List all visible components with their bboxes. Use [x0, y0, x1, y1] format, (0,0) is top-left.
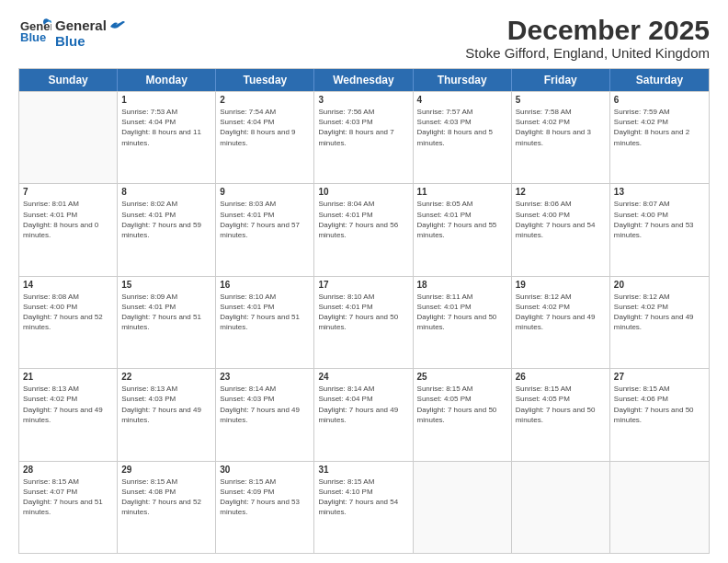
- day-number-12: 12: [516, 187, 606, 197]
- sunrise-22: Sunrise: 8:13 AM: [121, 385, 177, 393]
- empty-cell-4-4: [414, 462, 512, 553]
- day-info-5: Sunrise: 7:58 AMSunset: 4:02 PMDaylight:…: [516, 107, 606, 148]
- sunrise-28: Sunrise: 8:15 AM: [23, 477, 79, 486]
- daylight-20: Daylight: 7 hours and 49 minutes.: [614, 313, 694, 331]
- day-28: 28Sunrise: 8:15 AMSunset: 4:07 PMDayligh…: [19, 462, 118, 553]
- day-4: 4Sunrise: 7:57 AMSunset: 4:03 PMDaylight…: [414, 92, 512, 183]
- weekday-friday: Friday: [512, 69, 610, 91]
- day-26: 26Sunrise: 8:15 AMSunset: 4:05 PMDayligh…: [512, 369, 610, 460]
- sunset-18: Sunset: 4:01 PM: [417, 303, 472, 311]
- day-9: 9Sunrise: 8:03 AMSunset: 4:01 PMDaylight…: [216, 184, 314, 275]
- day-info-23: Sunrise: 8:14 AMSunset: 4:03 PMDaylight:…: [220, 384, 310, 425]
- day-number-7: 7: [23, 187, 113, 197]
- page-subtitle: Stoke Gifford, England, United Kingdom: [465, 45, 710, 61]
- day-number-2: 2: [220, 95, 310, 105]
- logo-text-blue: Blue: [55, 34, 125, 50]
- day-number-19: 19: [516, 280, 606, 290]
- sunrise-19: Sunrise: 8:12 AM: [516, 293, 572, 301]
- logo-text-general: General: [55, 18, 107, 34]
- day-info-29: Sunrise: 8:15 AMSunset: 4:08 PMDaylight:…: [121, 477, 211, 518]
- sunrise-20: Sunrise: 8:12 AM: [614, 293, 670, 301]
- sunset-2: Sunset: 4:04 PM: [220, 118, 274, 126]
- day-16: 16Sunrise: 8:10 AMSunset: 4:01 PMDayligh…: [216, 277, 314, 368]
- daylight-17: Daylight: 7 hours and 50 minutes.: [318, 313, 398, 331]
- daylight-19: Daylight: 7 hours and 49 minutes.: [516, 313, 596, 331]
- day-number-31: 31: [318, 465, 408, 475]
- daylight-1: Daylight: 8 hours and 11 minutes.: [121, 128, 201, 146]
- day-info-4: Sunrise: 7:57 AMSunset: 4:03 PMDaylight:…: [417, 107, 507, 148]
- day-number-17: 17: [318, 280, 408, 290]
- sunrise-29: Sunrise: 8:15 AM: [121, 477, 177, 486]
- day-24: 24Sunrise: 8:14 AMSunset: 4:04 PMDayligh…: [314, 369, 413, 460]
- daylight-16: Daylight: 7 hours and 51 minutes.: [220, 313, 300, 331]
- day-10: 10Sunrise: 8:04 AMSunset: 4:01 PMDayligh…: [314, 184, 413, 275]
- day-13: 13Sunrise: 8:07 AMSunset: 4:00 PMDayligh…: [610, 184, 709, 275]
- day-number-24: 24: [318, 372, 408, 382]
- day-number-20: 20: [614, 280, 705, 290]
- day-info-31: Sunrise: 8:15 AMSunset: 4:10 PMDaylight:…: [318, 477, 408, 518]
- day-12: 12Sunrise: 8:06 AMSunset: 4:00 PMDayligh…: [512, 184, 610, 275]
- sunrise-13: Sunrise: 8:07 AM: [614, 200, 670, 208]
- logo-bird-icon: [108, 19, 125, 30]
- sunrise-17: Sunrise: 8:10 AM: [318, 293, 374, 301]
- daylight-29: Daylight: 7 hours and 52 minutes.: [121, 498, 201, 516]
- day-info-10: Sunrise: 8:04 AMSunset: 4:01 PMDaylight:…: [318, 199, 408, 240]
- day-info-9: Sunrise: 8:03 AMSunset: 4:01 PMDaylight:…: [220, 199, 310, 240]
- sunrise-18: Sunrise: 8:11 AM: [417, 293, 473, 301]
- page-title: December 2025: [465, 15, 710, 45]
- day-30: 30Sunrise: 8:15 AMSunset: 4:09 PMDayligh…: [216, 462, 314, 553]
- day-info-30: Sunrise: 8:15 AMSunset: 4:09 PMDaylight:…: [220, 477, 310, 518]
- empty-cell-4-5: [512, 462, 610, 553]
- title-block: December 2025 Stoke Gifford, England, Un…: [465, 15, 710, 61]
- day-number-16: 16: [220, 280, 310, 290]
- weekday-saturday: Saturday: [610, 69, 709, 91]
- day-8: 8Sunrise: 8:02 AMSunset: 4:01 PMDaylight…: [118, 184, 216, 275]
- daylight-28: Daylight: 7 hours and 51 minutes.: [23, 498, 103, 516]
- day-3: 3Sunrise: 7:56 AMSunset: 4:03 PMDaylight…: [314, 92, 413, 183]
- day-info-26: Sunrise: 8:15 AMSunset: 4:05 PMDaylight:…: [516, 384, 606, 425]
- day-19: 19Sunrise: 8:12 AMSunset: 4:02 PMDayligh…: [512, 277, 610, 368]
- sunset-24: Sunset: 4:04 PM: [318, 395, 372, 403]
- sunrise-15: Sunrise: 8:09 AM: [121, 293, 177, 301]
- day-number-5: 5: [516, 95, 606, 105]
- logo-icon: General Blue: [18, 16, 51, 49]
- day-info-18: Sunrise: 8:11 AMSunset: 4:01 PMDaylight:…: [417, 292, 507, 333]
- sunset-16: Sunset: 4:01 PM: [220, 303, 274, 311]
- day-number-26: 26: [516, 372, 606, 382]
- weekday-tuesday: Tuesday: [216, 69, 314, 91]
- sunrise-11: Sunrise: 8:05 AM: [417, 200, 473, 208]
- sunrise-23: Sunrise: 8:14 AM: [220, 385, 276, 393]
- sunset-5: Sunset: 4:02 PM: [516, 118, 570, 126]
- sunset-12: Sunset: 4:00 PM: [516, 211, 570, 219]
- calendar-header: Sunday Monday Tuesday Wednesday Thursday…: [19, 69, 709, 91]
- sunrise-1: Sunrise: 7:53 AM: [121, 108, 177, 116]
- empty-cell-4-6: [610, 462, 709, 553]
- day-14: 14Sunrise: 8:08 AMSunset: 4:00 PMDayligh…: [19, 277, 118, 368]
- day-22: 22Sunrise: 8:13 AMSunset: 4:03 PMDayligh…: [118, 369, 216, 460]
- day-info-17: Sunrise: 8:10 AMSunset: 4:01 PMDaylight:…: [318, 292, 408, 333]
- sunset-31: Sunset: 4:10 PM: [318, 488, 372, 496]
- day-1: 1Sunrise: 7:53 AMSunset: 4:04 PMDaylight…: [118, 92, 216, 183]
- sunset-7: Sunset: 4:01 PM: [23, 211, 77, 219]
- sunrise-14: Sunrise: 8:08 AM: [23, 293, 79, 301]
- daylight-26: Daylight: 7 hours and 50 minutes.: [516, 406, 596, 424]
- day-info-8: Sunrise: 8:02 AMSunset: 4:01 PMDaylight:…: [121, 199, 211, 240]
- week-2: 7Sunrise: 8:01 AMSunset: 4:01 PMDaylight…: [19, 183, 709, 275]
- sunrise-27: Sunrise: 8:15 AM: [614, 385, 670, 393]
- page: General Blue General Blue: [0, 0, 728, 563]
- daylight-21: Daylight: 7 hours and 49 minutes.: [23, 406, 103, 424]
- day-info-21: Sunrise: 8:13 AMSunset: 4:02 PMDaylight:…: [23, 384, 113, 425]
- day-info-20: Sunrise: 8:12 AMSunset: 4:02 PMDaylight:…: [614, 292, 705, 333]
- day-number-13: 13: [614, 187, 705, 197]
- daylight-14: Daylight: 7 hours and 52 minutes.: [23, 313, 103, 331]
- day-info-16: Sunrise: 8:10 AMSunset: 4:01 PMDaylight:…: [220, 292, 310, 333]
- sunset-30: Sunset: 4:09 PM: [220, 488, 274, 496]
- week-1: 1Sunrise: 7:53 AMSunset: 4:04 PMDaylight…: [19, 91, 709, 183]
- day-2: 2Sunrise: 7:54 AMSunset: 4:04 PMDaylight…: [216, 92, 314, 183]
- day-number-28: 28: [23, 465, 113, 475]
- sunset-15: Sunset: 4:01 PM: [121, 303, 176, 311]
- day-17: 17Sunrise: 8:10 AMSunset: 4:01 PMDayligh…: [314, 277, 413, 368]
- sunset-14: Sunset: 4:00 PM: [23, 303, 77, 311]
- day-23: 23Sunrise: 8:14 AMSunset: 4:03 PMDayligh…: [216, 369, 314, 460]
- day-number-4: 4: [417, 95, 507, 105]
